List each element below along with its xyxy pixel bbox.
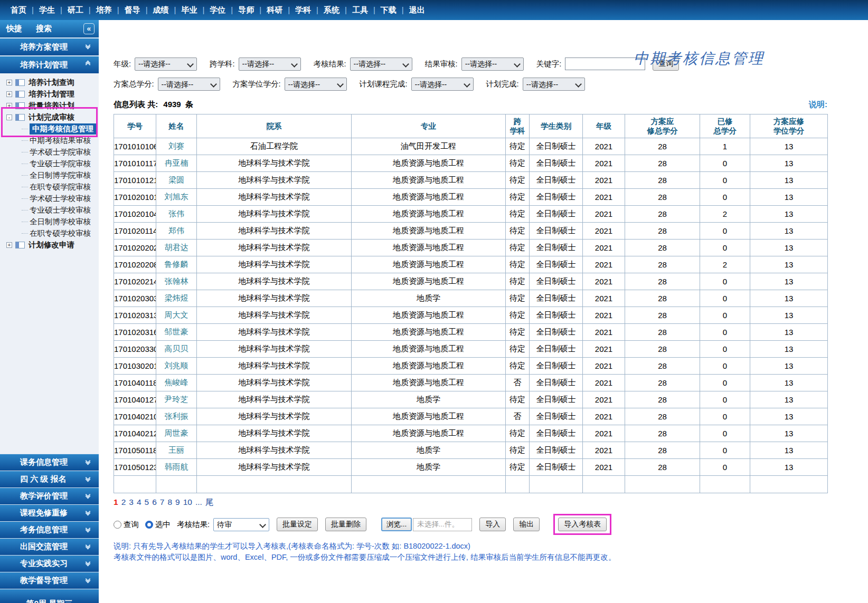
page-link-10[interactable]: 10: [183, 497, 192, 506]
page-link-3[interactable]: 3: [129, 497, 134, 506]
import-assessment-form-button[interactable]: 导入考核表: [558, 518, 607, 531]
tree-item-中期考核信息管理[interactable]: 中期考核信息管理: [0, 123, 99, 135]
page-link-2[interactable]: 2: [121, 497, 126, 506]
quick-label[interactable]: 快捷: [6, 24, 22, 34]
cell-name[interactable]: 刘兆顺: [156, 358, 197, 375]
filter-select-control[interactable]: --请选择--: [411, 78, 474, 91]
filter-select-control[interactable]: --请选择--: [135, 58, 197, 71]
cell-name[interactable]: 梁圆: [156, 172, 197, 189]
filter-select-control[interactable]: --请选择--: [523, 78, 585, 91]
cell-name[interactable]: 刘赛: [156, 138, 197, 155]
nav-item-4[interactable]: 培养: [93, 5, 115, 14]
sidebar-section-专业实践实习[interactable]: 专业实践实习: [0, 556, 99, 572]
radio-selected-label[interactable]: 选中: [155, 520, 171, 530]
cell-name[interactable]: 张利振: [156, 408, 197, 425]
cell-name[interactable]: 焦峻峰: [156, 375, 197, 391]
page-link-7[interactable]: 7: [160, 497, 165, 506]
nav-item-5[interactable]: 督导: [121, 5, 144, 14]
filter-select-control[interactable]: --请选择--: [350, 58, 412, 71]
import-button[interactable]: 导入: [479, 518, 506, 531]
nav-item-10[interactable]: 科研: [263, 5, 286, 14]
page-link-5[interactable]: 5: [145, 497, 149, 506]
page-link-6[interactable]: 6: [152, 497, 157, 506]
sidebar-section-教学督导管理[interactable]: 教学督导管理: [0, 572, 99, 589]
sidebar-section-课务信息管理[interactable]: 课务信息管理: [0, 454, 99, 471]
column-header[interactable]: 学生类别: [530, 114, 583, 138]
cell-name[interactable]: 邹世豪: [156, 324, 197, 341]
column-header[interactable]: 年级: [583, 114, 625, 138]
search-label[interactable]: 搜索: [36, 24, 52, 34]
nav-item-2[interactable]: 学生: [36, 5, 58, 14]
column-header[interactable]: 学号: [114, 114, 156, 138]
nav-item-15[interactable]: 退出: [406, 5, 428, 14]
sidebar-section-考务信息管理[interactable]: 考务信息管理: [0, 522, 99, 538]
nav-item-12[interactable]: 系统: [320, 5, 343, 14]
sidebar-section-training-plan-mgmt[interactable]: 培养方案管理: [0, 39, 99, 55]
cell-name[interactable]: 周世豪: [156, 425, 197, 442]
expand-icon[interactable]: +: [6, 80, 12, 85]
nav-item-13[interactable]: 工具: [349, 5, 371, 14]
column-header[interactable]: 跨 学科: [506, 114, 530, 138]
sidebar-section-出国交流管理[interactable]: 出国交流管理: [0, 539, 99, 555]
filter-select-control[interactable]: --请选择--: [158, 78, 220, 91]
page-link-1[interactable]: 1: [114, 497, 118, 506]
column-header[interactable]: 院系: [197, 114, 352, 138]
result-select-control[interactable]: 待审: [213, 518, 269, 531]
expand-icon[interactable]: +: [6, 103, 12, 109]
tree-item-计划修改申请[interactable]: +计划修改申请: [0, 240, 99, 251]
cell-name[interactable]: 尹玲芝: [156, 391, 197, 408]
nav-item-14[interactable]: 下载: [378, 5, 400, 14]
page-link-8[interactable]: 8: [167, 497, 172, 506]
cell-name[interactable]: 张伟: [156, 206, 197, 223]
cell-name[interactable]: 周大文: [156, 307, 197, 324]
nav-item-3[interactable]: 研工: [64, 5, 87, 14]
nav-item-1[interactable]: 首页: [7, 5, 30, 14]
column-header[interactable]: 姓名: [156, 114, 197, 138]
help-link[interactable]: 说明:: [809, 100, 827, 110]
tree-item-批量培养计划[interactable]: +批量培养计划: [0, 100, 99, 111]
sidebar-section-课程免修重修[interactable]: 课程免修重修: [0, 505, 99, 521]
tree-item-培养计划管理[interactable]: +培养计划管理: [0, 89, 99, 100]
nav-item-11[interactable]: 学科: [292, 5, 314, 14]
page-link-4[interactable]: 4: [137, 497, 141, 506]
collapse-icon[interactable]: -: [6, 114, 12, 120]
radio-selected[interactable]: [145, 521, 153, 529]
cell-name[interactable]: 刘旭东: [156, 189, 197, 206]
sidebar-collapse-icon[interactable]: «: [83, 23, 95, 34]
column-header[interactable]: 方案应 修总学分: [625, 114, 700, 138]
page-link-9[interactable]: 9: [175, 497, 180, 506]
radio-query[interactable]: [114, 521, 121, 529]
cell-name[interactable]: 胡君达: [156, 240, 197, 256]
tree-item-培养计划查询[interactable]: +培养计划查询: [0, 77, 99, 88]
filter-select-control[interactable]: --请选择--: [285, 78, 347, 91]
column-header[interactable]: 方案应修 学位学分: [750, 114, 828, 138]
cell-name[interactable]: 韩雨航: [156, 459, 197, 476]
cell-name[interactable]: 郑伟: [156, 223, 197, 240]
expand-icon[interactable]: +: [6, 91, 12, 97]
column-header[interactable]: 专业: [352, 114, 506, 138]
nav-item-8[interactable]: 学位: [206, 5, 229, 14]
filter-select-control[interactable]: --请选择--: [239, 58, 301, 71]
sidebar-section-教学评价管理[interactable]: 教学评价管理: [0, 488, 99, 504]
tree-item-全日制博学院审核[interactable]: 全日制博学院审核: [0, 170, 99, 181]
tree-item-在职专硕学校审核[interactable]: 在职专硕学校审核: [0, 228, 99, 239]
cell-name[interactable]: 梁炜煜: [156, 290, 197, 307]
browse-button[interactable]: 浏览...: [381, 518, 412, 531]
cell-name[interactable]: 王丽: [156, 442, 197, 459]
sidebar-section-四 六 级 报名[interactable]: 四 六 级 报名: [0, 471, 99, 487]
tree-item-全日制博学校审核[interactable]: 全日制博学校审核: [0, 216, 99, 227]
tree-item-学术硕士学院审核[interactable]: 学术硕士学院审核: [0, 147, 99, 158]
radio-query-label[interactable]: 查询: [124, 520, 139, 530]
filter-select-control[interactable]: --请选择--: [461, 58, 524, 71]
column-header[interactable]: 已修 总学分: [700, 114, 750, 138]
cell-name[interactable]: 张翰林: [156, 273, 197, 290]
cell-name[interactable]: 冉亚楠: [156, 155, 197, 172]
tree-item-专业硕士学校审核[interactable]: 专业硕士学校审核: [0, 205, 99, 216]
tree-item-专业硕士学院审核[interactable]: 专业硕士学院审核: [0, 158, 99, 169]
cell-name[interactable]: 高贝贝: [156, 341, 197, 358]
tree-item-中期考核结果审核[interactable]: 中期考核结果审核: [0, 135, 99, 146]
expand-icon[interactable]: +: [6, 242, 12, 248]
batch-delete-button[interactable]: 批量删除: [325, 518, 366, 531]
batch-set-button[interactable]: 批量设定: [277, 518, 318, 531]
nav-item-9[interactable]: 导师: [235, 5, 257, 14]
